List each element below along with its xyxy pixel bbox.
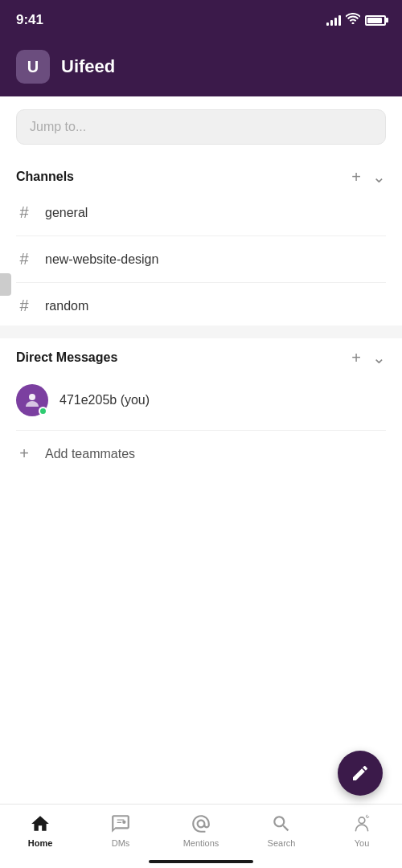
- svg-point-1: [122, 821, 125, 824]
- add-dm-button[interactable]: +: [351, 350, 361, 366]
- wifi-icon: [346, 13, 360, 27]
- status-time: 9:41: [16, 12, 43, 28]
- online-indicator: [39, 407, 47, 416]
- add-teammates-label: Add teammates: [45, 447, 135, 461]
- battery-icon: [365, 15, 386, 26]
- nav-item-search[interactable]: Search: [241, 813, 322, 848]
- bottom-navigation: Home DMs Mentions Search: [0, 804, 402, 868]
- channels-section-title: Channels: [16, 170, 74, 184]
- channel-item-general[interactable]: # general: [16, 193, 386, 232]
- nav-item-mentions[interactable]: Mentions: [161, 813, 241, 848]
- direct-messages-section: Direct Messages + ⌄ 471e205b (you): [0, 338, 402, 473]
- channel-name: new-website-design: [45, 252, 158, 267]
- channels-section-actions: + ⌄: [351, 169, 386, 185]
- collapse-dm-button[interactable]: ⌄: [372, 350, 386, 366]
- nav-item-you[interactable]: You: [322, 813, 402, 848]
- channels-section-header: Channels + ⌄: [16, 158, 386, 193]
- hash-icon: #: [16, 297, 32, 315]
- dms-icon: [109, 813, 132, 835]
- app-header: U Uifeed: [0, 40, 402, 96]
- svg-point-2: [359, 817, 365, 824]
- dm-section-title: Direct Messages: [16, 350, 117, 365]
- jump-to-input[interactable]: Jump to...: [16, 109, 386, 145]
- dm-section-header: Direct Messages + ⌄: [16, 338, 386, 374]
- home-indicator: [149, 860, 253, 863]
- status-icons: [326, 13, 386, 27]
- dm-section-actions: + ⌄: [351, 350, 386, 366]
- nav-label-mentions: Mentions: [183, 838, 219, 848]
- channel-name: general: [45, 206, 88, 220]
- app-title: Uifeed: [61, 56, 115, 77]
- dm-avatar-container: [16, 384, 48, 416]
- search-bar-container: Jump to...: [0, 96, 402, 158]
- nav-item-dms[interactable]: DMs: [80, 813, 161, 848]
- dm-item-self[interactable]: 471e205b (you): [16, 374, 386, 427]
- hash-icon: #: [16, 203, 32, 222]
- add-icon: +: [16, 444, 32, 463]
- dm-user-name: 471e205b (you): [59, 393, 150, 407]
- mentions-icon: [190, 813, 212, 835]
- divider: [16, 282, 386, 283]
- collapse-channels-button[interactable]: ⌄: [372, 169, 386, 185]
- section-divider: [0, 326, 402, 338]
- nav-label-home: Home: [28, 838, 53, 848]
- nav-label-search: Search: [268, 838, 296, 848]
- channel-item-random[interactable]: # random: [16, 286, 386, 326]
- signal-icon: [326, 14, 341, 26]
- divider: [16, 430, 386, 431]
- channel-item-new-website-design[interactable]: # new-website-design: [16, 240, 386, 279]
- nav-item-home[interactable]: Home: [0, 813, 80, 848]
- main-content: Jump to... Channels + ⌄ # general # new-…: [0, 96, 402, 804]
- compose-fab[interactable]: [338, 751, 383, 796]
- channel-name: random: [45, 299, 88, 313]
- nav-label-dms: DMs: [112, 838, 130, 848]
- nav-label-you: You: [355, 838, 370, 848]
- home-icon: [29, 813, 51, 835]
- edit-icon: [351, 764, 370, 783]
- add-teammates-button[interactable]: + Add teammates: [16, 434, 386, 473]
- scroll-indicator: [0, 273, 11, 296]
- hash-icon: #: [16, 250, 32, 268]
- you-icon: [351, 813, 373, 835]
- status-bar: 9:41: [0, 0, 402, 40]
- svg-point-0: [29, 394, 35, 400]
- search-icon: [270, 813, 293, 835]
- add-channel-button[interactable]: +: [351, 169, 361, 185]
- divider: [16, 235, 386, 236]
- channels-section: Channels + ⌄ # general # new-website-des…: [0, 158, 402, 326]
- app-logo: U: [16, 50, 50, 84]
